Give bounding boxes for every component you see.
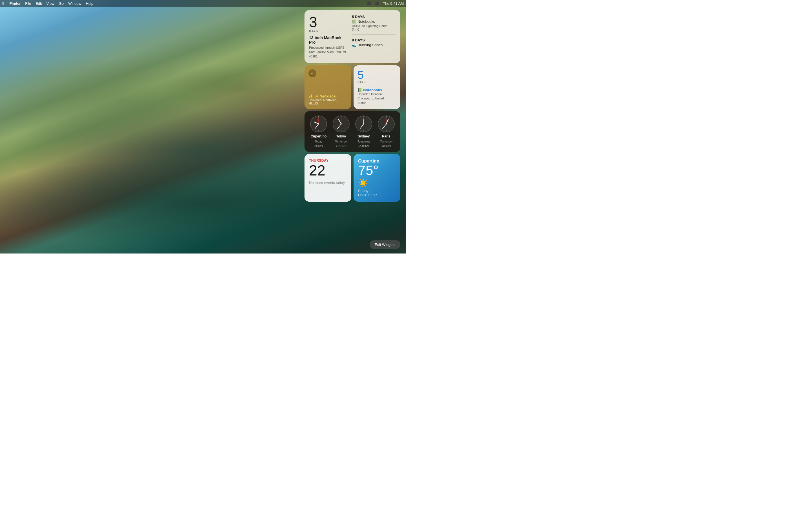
notebooks-emoji-1: 📗 xyxy=(352,19,356,24)
help-menu[interactable]: Help xyxy=(86,1,93,6)
notebooks-days-big: 5 xyxy=(357,69,396,80)
notebooks-days-header: 5 DAYS xyxy=(357,69,396,83)
svg-point-8 xyxy=(318,123,319,124)
parcel-item-1-desc: USB-C to Lightning Cable(1 m) xyxy=(352,24,396,31)
clock-paris-sub2: +6HRS xyxy=(382,145,391,148)
clock-cupertino: Cupertino Today -3HRS xyxy=(310,115,327,148)
clock-sydney-label: Sydney xyxy=(358,134,370,138)
clock-tokyo-sub1: Tomorrow xyxy=(335,140,347,143)
weather-condition-row: Sunny H:78° L:59° xyxy=(358,189,396,197)
parcel-item-1-days: 5 DAYS xyxy=(352,15,396,19)
window-menu[interactable]: Window xyxy=(68,1,81,6)
clock-cupertino-sub1: Today xyxy=(315,140,322,143)
menubar:  Finder File Edit View Go Window Help ⬛… xyxy=(0,0,406,7)
notebooks-days-label: DAYS xyxy=(357,80,396,83)
parcel-tracking-widget: 3 DAYS 13-inch MacBook Pro Processed thr… xyxy=(305,10,400,63)
necklace-sparkle-label: ✨ ✨ Necklace xyxy=(308,94,347,98)
view-menu[interactable]: View xyxy=(47,1,54,6)
necklace-location: Delivered: Northville,MI, US xyxy=(308,98,347,105)
clock-tokyo-sub2: +13HRS xyxy=(336,145,347,148)
clock-paris: Paris Tomorrow +6HRS xyxy=(377,115,395,148)
wifi-icon[interactable]: ⬛ xyxy=(375,1,379,6)
clock-time: Thu 9:41 AM xyxy=(383,1,404,6)
file-menu[interactable]: File xyxy=(25,1,31,6)
weather-hi-lo: H:78° L:59° xyxy=(358,193,396,197)
weather-widget: Cupertino 75° ☀️ Sunny H:78° L:59° xyxy=(354,154,400,202)
clock-sydney-face xyxy=(355,115,372,133)
svg-point-17 xyxy=(341,123,342,124)
parcel-item-2-name: 🥿 Running Shoes xyxy=(352,43,396,47)
sun-icon: ☀️ xyxy=(358,178,396,187)
clock-paris-sub1: Tomorrow xyxy=(380,140,393,143)
sparkle-icon: ✨ xyxy=(308,94,313,98)
clock-cupertino-face xyxy=(310,115,327,133)
world-clock-widget: Cupertino Today -3HRS To xyxy=(305,111,400,152)
apple-menu[interactable]:  xyxy=(2,1,4,6)
clock-sydney: Sydney Tomorrow +14HRS xyxy=(355,115,372,148)
menubar-right: ⬛ ⬛ Thu 9:41 AM xyxy=(367,1,404,6)
weather-high: H:78° xyxy=(358,193,367,197)
notebooks-item-info: 📗 Notebooks Departed location:Chicago, I… xyxy=(357,88,396,105)
weather-temperature: 75° xyxy=(358,164,396,177)
calendar-day-label: THURSDAY xyxy=(309,159,347,163)
clock-tokyo: Tokyo Tomorrow +13HRS xyxy=(333,115,350,148)
parcel-main-days: 3 xyxy=(309,15,349,29)
calendar-no-events: No more events today xyxy=(309,180,347,185)
parcel-item-1-name: 📗 Notebooks xyxy=(352,19,396,24)
menubar-left:  Finder File Edit View Go Window Help xyxy=(2,1,93,6)
app-name-menu[interactable]: Finder xyxy=(9,1,20,6)
notebooks-item-name: 📗 Notebooks xyxy=(357,88,396,92)
parcel-right-items: 5 DAYS 📗 Notebooks USB-C to Lightning Ca… xyxy=(352,15,396,59)
parcel-item-2-days: 8 DAYS xyxy=(352,38,396,42)
control-center-icon[interactable]: ⬛ xyxy=(367,1,371,6)
calendar-date: 22 xyxy=(309,163,347,178)
notebooks-parcel-widget: 5 DAYS 📗 Notebooks Departed location:Chi… xyxy=(354,65,400,109)
weather-condition: Sunny xyxy=(358,189,396,193)
svg-point-26 xyxy=(363,123,364,124)
necklace-info: ✨ ✨ Necklace Delivered: Northville,MI, U… xyxy=(308,94,347,105)
go-menu[interactable]: Go xyxy=(59,1,64,6)
parcel-item-2: 8 DAYS 🥿 Running Shoes xyxy=(352,38,396,47)
svg-point-35 xyxy=(386,123,387,124)
cal-weather-row: THURSDAY 22 No more events today Cuperti… xyxy=(305,154,400,202)
shoes-emoji: 🥿 xyxy=(352,43,356,47)
parcel-small-row: ✓ ✨ ✨ Necklace Delivered: Northville,MI,… xyxy=(305,65,400,109)
weather-low: L:59° xyxy=(368,193,377,197)
necklace-parcel-widget: ✓ ✨ ✨ Necklace Delivered: Northville,MI,… xyxy=(305,65,351,109)
edit-menu[interactable]: Edit xyxy=(36,1,42,6)
clock-cupertino-label: Cupertino xyxy=(311,134,327,138)
delivered-check-icon: ✓ xyxy=(308,69,316,77)
parcel-product-name: 13-inch MacBook Pro xyxy=(309,36,349,45)
widgets-panel: 3 DAYS 13-inch MacBook Pro Processed thr… xyxy=(305,10,400,202)
parcel-item-1: 5 DAYS 📗 Notebooks USB-C to Lightning Ca… xyxy=(352,15,396,31)
parcel-status: Processed through USPSSort Facility: All… xyxy=(309,46,349,59)
notebooks-emoji-2: 📗 xyxy=(357,88,362,92)
clock-cupertino-sub2: -3HRS xyxy=(314,145,323,148)
notebooks-item-desc: Departed location:Chicago, IL, UnitedSta… xyxy=(357,92,396,105)
clock-tokyo-face xyxy=(333,115,350,133)
clock-tokyo-label: Tokyo xyxy=(336,134,346,138)
calendar-widget: THURSDAY 22 No more events today xyxy=(305,154,351,202)
clock-paris-label: Paris xyxy=(382,134,390,138)
parcel-main-days-label: DAYS xyxy=(309,29,349,33)
parcel-main-info: 3 DAYS 13-inch MacBook Pro Processed thr… xyxy=(309,15,349,59)
edit-widgets-button[interactable]: Edit Widgets xyxy=(370,240,400,249)
clock-paris-face xyxy=(377,115,395,133)
clock-sydney-sub1: Tomorrow xyxy=(357,140,370,143)
clock-sydney-sub2: +14HRS xyxy=(358,145,369,148)
